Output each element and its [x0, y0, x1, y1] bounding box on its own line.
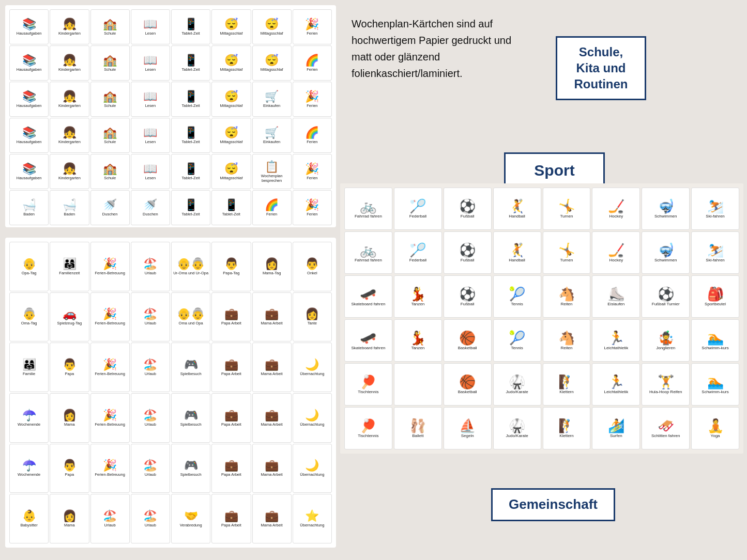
- list-item: 👴Opa-Tag: [9, 242, 49, 291]
- card-label-text: Schwimm-kurs: [702, 390, 728, 395]
- card-icon-img: 🛁: [63, 199, 77, 211]
- card-icon-img: 📱: [184, 91, 198, 102]
- card-label-text: Ferien: [307, 31, 317, 36]
- list-item: 🏸Federball: [394, 188, 442, 230]
- list-item: 🤹Jonglieren: [642, 319, 690, 362]
- card-icon-img: 👴👵: [177, 258, 205, 270]
- card-label-text: Hockey: [609, 258, 623, 263]
- card-icon-img: 🚿: [103, 199, 117, 211]
- card-icon-img: 🥋: [509, 419, 525, 432]
- card-label-text: Onkel: [307, 271, 317, 275]
- list-item: 🏖️Urlaub: [90, 494, 130, 543]
- card-icon-img: 👧: [63, 55, 77, 66]
- card-label-text: Tablet-Zeit: [182, 212, 200, 216]
- card-label-text: Reiten: [560, 346, 572, 351]
- list-item: ⛵Segeln: [444, 407, 492, 449]
- sport-grid-container: 🚲Fahrrad fahren🏸Federball⚽Fußball🤾Handba…: [340, 183, 743, 454]
- card-label-text: Ferien: [307, 139, 317, 144]
- card-label-text: Schwimm-kurs: [702, 346, 728, 351]
- card-label-text: Schwimmen: [654, 258, 677, 263]
- list-item: 🏀Basketball: [444, 363, 492, 406]
- card-label-text: Fahrrad fahren: [355, 258, 382, 263]
- list-item: ⭐Übernachtung: [293, 494, 332, 543]
- card-icon-img: 🎉: [103, 308, 117, 320]
- card-icon-img: ⚽: [459, 199, 476, 213]
- list-item: 👨Papa: [50, 343, 89, 392]
- card-label-text: Ferien: [307, 176, 317, 180]
- card-label-text: Reiten: [560, 302, 572, 307]
- list-item: 🤿Schwimmen: [642, 188, 690, 230]
- card-icon-img: 🏫: [103, 163, 117, 175]
- list-item: 🏫Schule: [90, 118, 130, 153]
- list-item: 🚿Duschen: [90, 190, 130, 225]
- card-label-text: Lesen: [145, 176, 156, 180]
- list-item: 📱Tablet-Zeit: [171, 118, 210, 153]
- card-icon-img: 🏖️: [143, 308, 157, 320]
- schule-category-badge: Schule, Kita und Routinen: [556, 36, 646, 100]
- card-icon-img: 🌈: [265, 199, 279, 211]
- list-item: 🚲Fahrrad fahren: [344, 188, 392, 230]
- card-label-text: Schule: [104, 176, 116, 180]
- card-icon-img: 📱: [184, 127, 198, 138]
- list-item: 🤸Turnen: [543, 231, 591, 274]
- card-label-text: Einkaufen: [263, 103, 280, 108]
- list-item: 🤾Handball: [493, 188, 541, 230]
- card-label-text: Opa-Tag: [22, 271, 37, 275]
- card-icon-img: 😴: [224, 91, 238, 102]
- card-label-text: Tischtennis: [358, 433, 378, 439]
- card-icon-img: 🏸: [409, 243, 426, 257]
- list-item: 💼Mama Arbeit: [252, 393, 292, 443]
- card-label-text: Ferien: [307, 67, 317, 72]
- list-item: 👩Tante: [293, 292, 332, 342]
- card-icon-img: 🌈: [305, 127, 319, 138]
- list-item: 👩Mama: [50, 393, 89, 443]
- card-icon-img: 🤾: [509, 199, 525, 213]
- card-label-text: Familienzeit: [59, 271, 80, 275]
- card-label-text: Federball: [409, 214, 426, 219]
- card-label-text: Tischtennis: [358, 390, 378, 395]
- card-icon-img: 🎮: [184, 359, 198, 370]
- list-item: 🏓Tischtennis: [344, 407, 392, 449]
- card-icon-img: 🏊: [707, 375, 724, 388]
- card-label-text: Fahrrad fahren: [355, 214, 382, 219]
- card-label-text: Papa Arbeit: [221, 321, 241, 325]
- card-icon-img: 💼: [224, 460, 238, 471]
- list-item: 📖Lesen: [131, 82, 170, 117]
- card-label-text: Urlaub: [145, 371, 156, 376]
- list-item: 🎉Ferien-Betreuung: [90, 242, 130, 291]
- card-icon-img: 🚲: [360, 243, 376, 257]
- list-item: 💼Papa Arbeit: [211, 444, 251, 493]
- card-label-text: Basketball: [458, 346, 477, 351]
- card-icon-img: 🎮: [184, 410, 198, 421]
- card-label-text: Tablet-Zeit: [182, 67, 200, 72]
- list-item: 🤾Handball: [493, 231, 541, 274]
- list-item: 🎾Tennis: [493, 319, 541, 362]
- list-item: 📱Tablet-Zeit: [171, 45, 210, 81]
- card-icon-img: 👨: [63, 460, 77, 471]
- card-icon-img: 👨‍👩‍👧: [63, 258, 77, 270]
- card-label-text: Ski-fahren: [706, 214, 724, 219]
- card-icon-img: 💼: [224, 359, 238, 370]
- card-label-text: Leichtathletik: [604, 346, 628, 351]
- list-item: 👴👵Oma und Opa: [171, 292, 210, 342]
- card-icon-img: 💼: [224, 308, 238, 320]
- list-item: 📱Tablet-Zeit: [171, 190, 210, 225]
- card-icon-img: 💼: [224, 410, 238, 421]
- card-label-text: Ferien: [307, 212, 317, 216]
- card-icon-img: 🛹: [360, 287, 376, 301]
- card-icon-img: 🥋: [509, 375, 525, 388]
- list-item: 🌈Ferien: [293, 118, 332, 153]
- card-label-text: Tanzen: [411, 302, 424, 307]
- list-item: 📖Lesen: [131, 118, 170, 153]
- card-label-text: Skateboard fahren: [352, 302, 386, 307]
- list-item: ⚽Fußball: [444, 275, 492, 318]
- card-icon-img: 🏊: [707, 331, 724, 345]
- card-label-text: Kindergarten: [58, 103, 81, 108]
- card-label-text: Spielzeug-Tag: [57, 321, 82, 325]
- list-item: 😴Mittagsschlaf: [211, 118, 251, 153]
- card-icon-img: 👴: [22, 258, 36, 270]
- card-label-text: Ski-fahren: [706, 258, 724, 263]
- card-icon-img: ⛸️: [608, 287, 624, 301]
- list-item: 📖Lesen: [131, 45, 170, 81]
- card-label-text: Fußball: [461, 214, 475, 219]
